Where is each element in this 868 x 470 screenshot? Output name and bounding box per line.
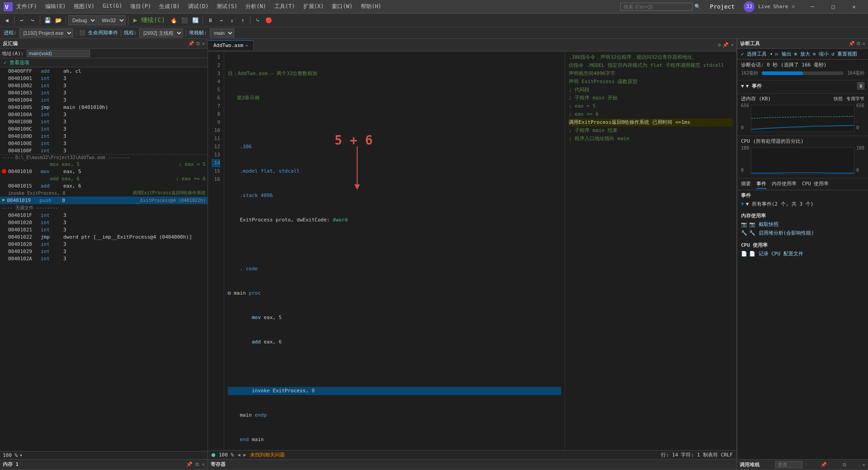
step-into-btn[interactable]: ↓ (227, 15, 237, 25)
table-row[interactable]: 00401004 int 3 (0, 96, 208, 103)
redo-btn[interactable]: ↪ (28, 15, 38, 25)
show-next-stmt-btn[interactable]: ⤷ (253, 15, 263, 25)
table-row[interactable]: 0040100F int 3 (0, 147, 208, 154)
tab-addtwo-asm[interactable]: AddTwo.asm ✕ (208, 40, 254, 50)
step-over-btn[interactable]: → (216, 15, 226, 25)
menu-analyze[interactable]: 分析(N) (242, 2, 270, 11)
table-row[interactable]: invoke ExitProcess, 0 调用ExitProcess返回0给操… (0, 189, 208, 197)
zoom-out-btn[interactable]: ⊖ 缩小 (813, 51, 829, 57)
stop-button[interactable]: ⬛ (179, 15, 189, 25)
back-btn[interactable]: ◀ (2, 15, 12, 25)
menu-window[interactable]: 窗口(W) (328, 2, 356, 11)
menu-edit[interactable]: 编辑(E) (42, 2, 70, 11)
live-share-btn[interactable]: Live Share (758, 4, 788, 9)
disassembly-float-btn[interactable]: ⧉ (196, 41, 200, 47)
active-code-row[interactable]: ➤ 00401019 push 0 __ExitProcess@4 (04010… (0, 197, 208, 204)
callstack-float[interactable]: ⧉ (843, 462, 846, 468)
diag-pin-btn[interactable]: 📌 (849, 41, 855, 47)
close-button[interactable]: ✕ (844, 0, 864, 14)
memory-panel-float[interactable]: ⧉ (195, 461, 199, 467)
select-tool-btn[interactable]: ✓ 选择工具 ▾ (741, 51, 773, 57)
table-row[interactable]: add eax, 6 ; eax += 6 (0, 175, 208, 182)
breakpoint-btn[interactable]: 🔴 (264, 15, 274, 25)
table-row[interactable]: 00401005 jmp main (0401010h) (0, 103, 208, 111)
table-row[interactable]: 00401001 int 3 (0, 75, 208, 82)
undo-btn[interactable]: ↩ (17, 15, 27, 25)
table-row[interactable]: mov eax, 5 ; eax = 5 (0, 160, 208, 168)
callstack-close[interactable]: ✕ (862, 462, 865, 468)
table-row[interactable]: 00401028 int 3 (0, 240, 208, 248)
menu-build[interactable]: 生成(B) (156, 2, 184, 11)
menu-extensions[interactable]: 扩展(X) (300, 2, 328, 11)
thread-select[interactable]: [2692] 主线程 (139, 28, 183, 38)
table-row[interactable]: 0040100A int 3 (0, 111, 208, 118)
callstack-search[interactable] (775, 461, 802, 468)
hot-reload-btn[interactable]: 🔥 (169, 15, 179, 25)
table-row[interactable]: 0040100C int 3 (0, 125, 208, 132)
table-row[interactable]: 0040100E int 3 (0, 140, 208, 147)
table-row[interactable]: 0040100B int 3 (0, 118, 208, 125)
settings-icon[interactable]: ⚙ (792, 4, 795, 9)
zoom-in-btn[interactable]: ⊕ 放大 (794, 51, 810, 57)
expand-arrow[interactable]: ▼ (741, 83, 744, 89)
step-out-btn[interactable]: ↑ (238, 15, 248, 25)
table-row[interactable]: 0040100D int 3 (0, 132, 208, 140)
table-row[interactable]: 00401021 int 3 (0, 226, 208, 233)
table-row[interactable]: 00401020 int 3 (0, 219, 208, 226)
diag-tab-memory[interactable]: 内存使用率 (772, 179, 797, 189)
editor-close-icon[interactable]: ✕ (731, 42, 734, 48)
menu-help[interactable]: 帮助(H) (357, 2, 385, 11)
snapshot-btn[interactable]: 📷 📷 截取快照 (741, 221, 864, 228)
table-row[interactable]: 00401010 mov eax, 5 (0, 168, 208, 175)
restart-btn[interactable]: 🔄 (190, 15, 200, 25)
reset-view-btn[interactable]: ↺ 重置视图 (831, 51, 857, 57)
disassembly-options[interactable]: ✓ 查看选项 (0, 58, 208, 67)
table-row[interactable]: 00400FFF add ah, cl (0, 67, 208, 75)
minimize-button[interactable]: ─ (802, 0, 823, 14)
memory-panel-pin[interactable]: 📌 (186, 461, 193, 467)
process-select[interactable]: [1192] Project.exe (19, 28, 73, 38)
table-row[interactable]: 00401022 jmp dword ptr [__imp__ExitProce… (0, 233, 208, 240)
diag-tab-summary[interactable]: 摘要 (741, 179, 751, 189)
menu-project[interactable]: 项目(P) (127, 2, 155, 11)
tab-close-btn[interactable]: ✕ (245, 43, 248, 48)
disassembly-pin-btn[interactable]: 📌 (188, 41, 194, 47)
table-row[interactable]: 00401015 add eax, 6 (0, 182, 208, 189)
menu-test[interactable]: 测试(S) (213, 2, 241, 11)
disassembly-address-input[interactable] (27, 50, 90, 57)
zoom-indicator[interactable]: 100 % (219, 452, 234, 458)
menu-git[interactable]: Git(G) (99, 2, 126, 11)
output-btn[interactable]: ▷ 输出 (776, 51, 792, 57)
maximize-button[interactable]: □ (823, 0, 844, 14)
pause-btn[interactable]: ⏸ (205, 15, 215, 25)
diag-tab-cpu[interactable]: CPU 使用率 (802, 179, 829, 189)
table-row[interactable]: 00401003 int 3 (0, 89, 208, 96)
disassembly-close-btn[interactable]: ✕ (202, 41, 205, 47)
source-code-area[interactable]: 12345 678910 111213 14 1516 目：AddTwo.asm… (208, 52, 736, 450)
table-row[interactable]: 00401002 int 3 (0, 82, 208, 89)
menu-file[interactable]: 文件(F) (13, 2, 41, 11)
menu-tools[interactable]: 工具(T) (271, 2, 299, 11)
editor-pin-icon[interactable]: 📌 (722, 42, 729, 48)
continue-button[interactable]: ▶ 继续(C) (131, 15, 168, 25)
nav-arrows[interactable]: ◀ ▶ (237, 452, 246, 458)
menu-view[interactable]: 视图(V) (70, 2, 98, 11)
disassembly-code-area[interactable]: 00400FFF add ah, cl 00401001 int 3 00401… (0, 67, 208, 451)
editor-settings-icon[interactable]: ⚙ (718, 42, 721, 48)
table-row[interactable]: 0040101F int 3 (0, 212, 208, 219)
search-input[interactable] (620, 3, 693, 11)
stack-select[interactable]: main (210, 28, 234, 38)
events-all-item[interactable]: ▼ ▼ 所有事件(2 个, 共 3 个) (741, 201, 864, 207)
save-btn[interactable]: 💾 (42, 15, 52, 25)
events-pause-btn[interactable]: ⏸ (857, 82, 864, 89)
diag-tab-events[interactable]: 事件 (756, 179, 766, 189)
user-avatar[interactable]: JJ (744, 1, 755, 12)
table-row[interactable]: 0040102A int 3 (0, 255, 208, 262)
diag-close-btn[interactable]: ✕ (862, 41, 865, 47)
platform-select[interactable]: Win32 (98, 15, 126, 25)
table-row[interactable]: 00401029 int 3 (0, 248, 208, 255)
menu-debug[interactable]: 调试(D) (184, 2, 212, 11)
open-btn[interactable]: 📂 (53, 15, 63, 25)
time-slider[interactable] (762, 71, 844, 75)
debug-config-select[interactable]: Debug (68, 15, 97, 25)
